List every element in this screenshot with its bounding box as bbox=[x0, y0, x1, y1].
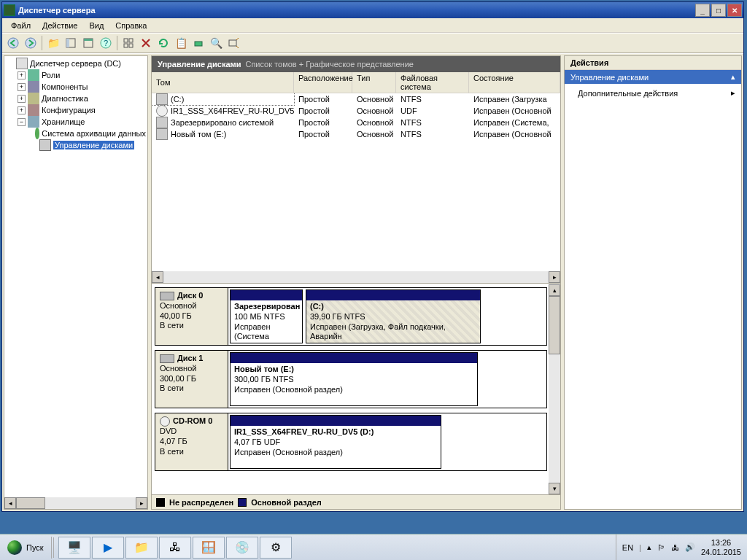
svg-rect-8 bbox=[124, 39, 128, 42]
tree-backup[interactable]: Система архивации данных bbox=[6, 128, 146, 139]
menu-help[interactable]: Справка bbox=[109, 20, 152, 31]
disk-state: В сети bbox=[160, 384, 184, 392]
titlebar[interactable]: Диспетчер сервера _ □ ✕ bbox=[2, 2, 743, 18]
tree-diagnostics[interactable]: +Диагностика bbox=[6, 93, 146, 104]
tray-volume-icon[interactable]: 🔊 bbox=[685, 542, 695, 552]
task-app3[interactable]: ⚙ bbox=[260, 537, 292, 559]
volume-type: Основной bbox=[352, 106, 396, 115]
column-type[interactable]: Тип bbox=[352, 72, 396, 93]
svg-rect-13 bbox=[229, 40, 236, 46]
partition-title: Зарезервирован bbox=[234, 302, 300, 311]
partition-size: 39,90 ГБ NTFS bbox=[310, 312, 365, 321]
view-large-button[interactable] bbox=[120, 35, 136, 51]
system-tray: EN | ▴ 🏳 🖧 🔊 13:26 24.01.2015 bbox=[616, 534, 747, 560]
scroll-right-icon[interactable]: ▸ bbox=[549, 271, 560, 283]
actions-section-label: Управление дисками bbox=[570, 73, 649, 82]
tray-network-icon[interactable]: 🖧 bbox=[671, 543, 679, 552]
volume-type: Основной bbox=[352, 118, 396, 127]
column-fs[interactable]: Файловая система bbox=[396, 72, 469, 93]
toolbar: 📁 ? 📋 🔍 bbox=[2, 33, 743, 53]
volume-row[interactable]: Зарезервировано системойПростойОсновнойN… bbox=[152, 117, 560, 128]
properties-button[interactable] bbox=[80, 35, 96, 51]
volume-row[interactable]: IR1_SSS_X64FREV_RU-RU_DV5 (D:)ПростойОсн… bbox=[152, 105, 560, 117]
options-button[interactable] bbox=[225, 35, 241, 51]
tree-horizontal-scrollbar[interactable]: ◂ ▸ bbox=[4, 497, 147, 509]
up-button[interactable]: 📁 bbox=[45, 35, 61, 51]
action-more[interactable]: Дополнительные действия ▸ bbox=[565, 84, 741, 102]
task-server-manager[interactable]: 🖥️ bbox=[58, 537, 90, 559]
toolbar-separator bbox=[117, 36, 117, 50]
tree-configuration[interactable]: +Конфигурация bbox=[6, 104, 146, 116]
task-remote[interactable]: 🖧 bbox=[159, 537, 191, 559]
task-app2[interactable]: 💿 bbox=[226, 537, 258, 559]
volume-row[interactable]: (C:)ПростойОсновнойNTFSИсправен (Загрузк… bbox=[152, 93, 560, 105]
tray-arrow-icon[interactable]: ▴ bbox=[647, 542, 651, 552]
clock[interactable]: 13:26 24.01.2015 bbox=[701, 538, 741, 556]
maximize-button[interactable]: □ bbox=[711, 4, 726, 17]
column-status[interactable]: Состояние bbox=[469, 72, 560, 93]
scroll-left-icon[interactable]: ◂ bbox=[152, 271, 163, 283]
column-layout[interactable]: Расположение bbox=[294, 72, 352, 93]
volume-icon bbox=[156, 128, 168, 140]
graph-vertical-scrollbar[interactable]: ▴ ▾ bbox=[549, 284, 560, 494]
partition-status: Исправен (Система bbox=[234, 322, 271, 341]
scroll-up-icon[interactable]: ▴ bbox=[549, 284, 560, 296]
list-button[interactable]: 📋 bbox=[173, 35, 189, 51]
task-app1[interactable]: 🪟 bbox=[193, 537, 225, 559]
minimize-button[interactable]: _ bbox=[695, 4, 710, 17]
refresh-button[interactable] bbox=[155, 35, 171, 51]
partition[interactable]: Зарезервирован100 МБ NTFSИсправен (Систе… bbox=[230, 289, 303, 343]
close-button[interactable]: ✕ bbox=[727, 4, 742, 17]
forward-button[interactable] bbox=[23, 35, 39, 51]
start-button[interactable]: Пуск bbox=[0, 537, 52, 559]
scroll-thumb[interactable] bbox=[549, 296, 560, 354]
tree-roles[interactable]: +Роли bbox=[6, 69, 146, 81]
delete-button[interactable] bbox=[138, 35, 154, 51]
menu-action[interactable]: Действие bbox=[36, 20, 83, 31]
disk-partitions: Зарезервирован100 МБ NTFSИсправен (Систе… bbox=[228, 288, 546, 345]
show-hide-button[interactable] bbox=[63, 35, 79, 51]
back-button[interactable] bbox=[5, 35, 21, 51]
tray-flag-icon[interactable]: 🏳 bbox=[657, 543, 665, 552]
partition[interactable]: IR1_SSS_X64FREV_RU-RU_DV5 (D:)4,07 ГБ UD… bbox=[230, 415, 441, 469]
scroll-right-icon[interactable]: ▸ bbox=[136, 497, 147, 509]
menu-view[interactable]: Вид bbox=[83, 20, 109, 31]
tray-separator: | bbox=[639, 543, 641, 552]
column-name[interactable]: Том bbox=[152, 72, 294, 93]
scroll-left-icon[interactable]: ◂ bbox=[4, 497, 16, 509]
toolbar-separator bbox=[42, 36, 42, 50]
actions-section[interactable]: Управление дисками ▴ bbox=[565, 70, 741, 84]
partition-size: 100 МБ NTFS bbox=[234, 312, 285, 321]
volume-name: Новый том (E:) bbox=[171, 130, 226, 139]
server-manager-window: Диспетчер сервера _ □ ✕ Файл Действие Ви… bbox=[1, 1, 744, 512]
disk-kind: Основной bbox=[160, 364, 196, 373]
tree-root[interactable]: Диспетчер сервера (DC) bbox=[6, 58, 146, 69]
disk-size: 4,07 ГБ bbox=[160, 437, 187, 446]
scroll-thumb[interactable] bbox=[16, 497, 45, 509]
partition[interactable]: (C:)39,90 ГБ NTFSИсправен (Загрузка, Фай… bbox=[306, 289, 481, 343]
volume-row[interactable]: Новый том (E:)ПростойОсновнойNTFSИсправе… bbox=[152, 128, 560, 140]
volume-status: Исправен (Система, bbox=[469, 118, 560, 127]
attach-button[interactable] bbox=[190, 35, 206, 51]
list-horizontal-scrollbar[interactable]: ◂ ▸ bbox=[152, 271, 560, 283]
menu-file[interactable]: Файл bbox=[5, 20, 36, 31]
partition[interactable]: Новый том (E:)300,00 ГБ NTFSИсправен (Ос… bbox=[230, 352, 478, 406]
language-indicator[interactable]: EN bbox=[622, 543, 633, 552]
content-subtitle: Список томов + Графическое представление bbox=[245, 60, 413, 69]
tree-components[interactable]: +Компоненты bbox=[6, 81, 146, 93]
disk-state: В сети bbox=[160, 447, 184, 456]
task-powershell[interactable]: ▶ bbox=[92, 537, 124, 559]
window-title: Диспетчер сервера bbox=[18, 6, 96, 15]
taskbar-separator bbox=[53, 537, 54, 558]
help-button[interactable]: ? bbox=[98, 35, 114, 51]
task-explorer[interactable]: 📁 bbox=[125, 537, 158, 559]
clock-time: 13:26 bbox=[701, 538, 741, 548]
tree-disk-management[interactable]: Управление дисками bbox=[6, 139, 146, 151]
tree-storage[interactable]: −Хранилище bbox=[6, 116, 146, 128]
search-button[interactable]: 🔍 bbox=[208, 35, 224, 51]
scroll-down-icon[interactable]: ▾ bbox=[549, 483, 560, 494]
volume-fs: NTFS bbox=[396, 118, 469, 127]
disk-label: Диск 0 bbox=[177, 291, 203, 300]
disk-size: 300,00 ГБ bbox=[160, 374, 196, 383]
disk-info: CD-ROM 0DVD4,07 ГБВ сети bbox=[155, 413, 228, 470]
